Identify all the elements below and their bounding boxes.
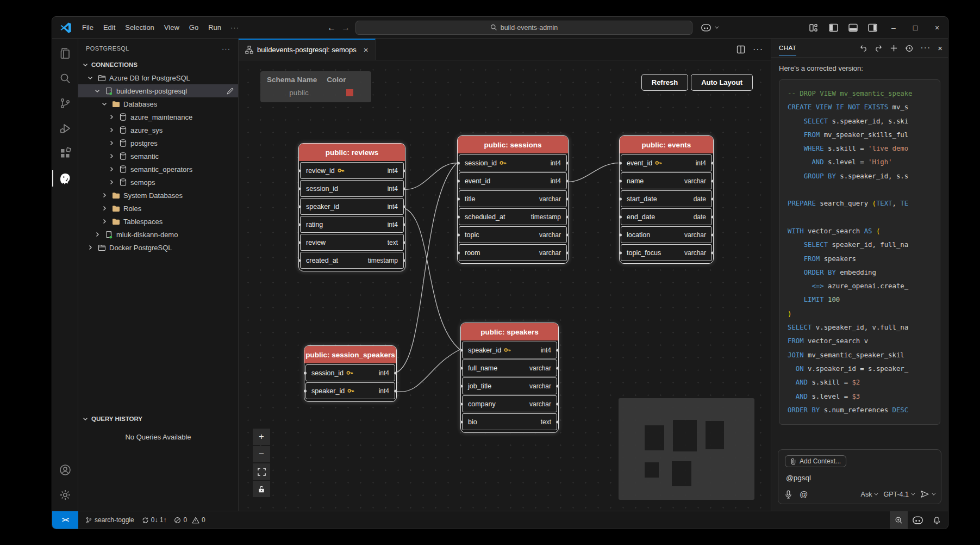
settings-gear-icon[interactable] [52,482,78,507]
source-control-icon[interactable] [52,91,78,116]
menu-overflow-button[interactable]: ··· [226,21,244,34]
chat-history-icon[interactable] [905,44,913,52]
schema-canvas[interactable]: Schema Name Color public Refresh Auto La… [239,60,771,511]
tree-item-mluk-diskann-demo[interactable]: mluk-diskann-demo [78,228,238,241]
menu-item-selection[interactable]: Selection [120,21,159,34]
toggle-primary-sidebar-icon[interactable] [824,20,842,36]
table-field-row: event_idint4 [621,154,712,171]
tree-item-semantic[interactable]: semantic [78,150,238,163]
field-type: date [694,213,706,221]
tree-item-azure_maintenance[interactable]: azure_maintenance [78,110,238,123]
sidebar-more-button[interactable]: ··· [222,45,230,53]
git-branch-item[interactable]: search-toggle [82,511,138,529]
menu-item-edit[interactable]: Edit [98,21,120,34]
tree-item-System Databases[interactable]: System Databases [78,189,238,202]
postgresql-extension-icon[interactable] [52,166,78,191]
forward-arrow-icon[interactable]: → [341,23,350,33]
field-name: session_id [465,159,497,167]
menu-item-file[interactable]: File [77,21,98,34]
split-editor-icon[interactable] [736,45,745,54]
tree-item-buildevents-postgresql[interactable]: buildevents-postgresql [78,84,238,97]
account-icon[interactable] [52,457,78,482]
tree-item-Databases[interactable]: Databases [78,97,238,110]
menu-item-go[interactable]: Go [184,21,203,34]
run-debug-icon[interactable] [52,116,78,141]
redo-icon[interactable] [875,44,883,52]
refresh-button[interactable]: Refresh [641,74,688,91]
toggle-panel-icon[interactable] [844,20,862,36]
remote-indicator[interactable]: >< [52,511,78,529]
sync-changes-item[interactable]: 0↓ 1↑ [138,511,171,529]
folder-icon [111,101,121,108]
field-name: company [468,400,496,408]
server-green-icon [104,87,114,95]
add-context-button[interactable]: Add Context... [785,455,846,467]
extensions-icon[interactable] [52,141,78,166]
toggle-secondary-sidebar-icon[interactable] [863,20,882,36]
model-picker-dropdown[interactable]: GPT-4.1 [883,491,914,498]
chat-more-actions-button[interactable]: ··· [920,43,931,53]
undo-icon[interactable] [859,44,867,52]
tree-item-Roles[interactable]: Roles [78,202,238,215]
tree-item-Tablespaces[interactable]: Tablespaces [78,215,238,228]
tree-item-semantic_operators[interactable]: semantic_operators [78,163,238,176]
customize-layout-icon[interactable] [804,20,823,36]
new-chat-icon[interactable] [890,44,898,52]
minimize-button[interactable]: – [883,17,904,39]
diagram-table-public-sessions[interactable]: public: sessionssession_idint4event_idin… [457,135,569,264]
chevron-right-icon [101,192,108,199]
database-icon [118,113,128,121]
zoom-out-button[interactable]: − [253,446,270,462]
diagram-table-public-session_speakers[interactable]: public: session_speakerssession_idint4sp… [304,345,397,402]
tree-item-azure_sys[interactable]: azure_sys [78,123,238,137]
auto-layout-button[interactable]: Auto Layout [691,74,753,91]
search-view-icon[interactable] [52,66,78,91]
chat-input-box[interactable]: Add Context... @pgsql @ Ask GPT-4.1 [778,449,941,504]
command-center-search[interactable]: build-events-admin [355,21,692,35]
lock-toggle-button[interactable] [253,481,270,497]
zoom-in-button[interactable]: + [253,429,270,445]
copilot-status-icon[interactable] [908,511,928,529]
code-line: ORDER BY s.num_references DESC [788,404,940,417]
tree-item-Azure DB for PostgreSQL[interactable]: Azure DB for PostgreSQL [78,71,238,84]
diagram-table-public-speakers[interactable]: public: speakersspeaker_idint4full_namev… [460,323,559,433]
table-field-row: session_idint4 [459,154,567,171]
chat-mode-dropdown[interactable]: Ask [861,491,877,498]
back-arrow-icon[interactable]: ← [327,23,336,33]
field-name: created_at [306,257,338,264]
tab-schema-visualization[interactable]: buildevents-postgresql: semops × [239,39,376,60]
maximize-button[interactable]: □ [904,17,926,39]
notifications-bell-icon[interactable] [928,511,946,529]
chat-close-icon[interactable]: × [938,44,942,53]
explorer-icon[interactable] [52,41,78,66]
copilot-menu-button[interactable] [698,23,721,33]
fit-view-button[interactable] [253,463,270,480]
menu-item-view[interactable]: View [159,21,184,34]
database-icon [118,139,128,147]
table-field-row: review_idint4 [300,162,404,179]
problems-item[interactable]: 0 0 [170,511,209,529]
mention-button[interactable]: @ [800,490,808,499]
editor-more-actions-button[interactable]: ··· [753,45,763,54]
close-window-button[interactable]: × [926,17,948,39]
tree-item-postgres[interactable]: postgres [78,137,238,150]
diagram-table-public-events[interactable]: public: eventsevent_idint4namevarcharsta… [619,135,714,264]
diagram-minimap[interactable] [619,398,754,500]
chat-tab[interactable]: CHAT [779,40,796,55]
folder-icon [111,192,121,199]
tree-item-semops[interactable]: semops [78,176,238,189]
connections-section-header[interactable]: CONNECTIONS [78,58,238,71]
chat-prompt-text[interactable]: @pgsql [786,474,933,482]
tree-item-Docker PostgreSQL[interactable]: Docker PostgreSQL [78,241,238,254]
edit-pencil-icon[interactable] [227,88,234,95]
tab-close-icon[interactable]: × [364,45,369,54]
zoom-status-icon[interactable] [890,511,908,529]
diagram-table-public-reviews[interactable]: public: reviewsreview_idint4session_idin… [298,143,405,271]
field-name: start_date [627,195,657,203]
microphone-icon[interactable] [785,490,792,499]
send-button[interactable] [920,490,934,498]
query-history-header[interactable]: QUERY HISTORY [78,412,238,425]
menu-item-run[interactable]: Run [203,21,226,34]
primary-key-icon [346,370,353,376]
table-field-row: speaker_idint4 [462,342,557,358]
